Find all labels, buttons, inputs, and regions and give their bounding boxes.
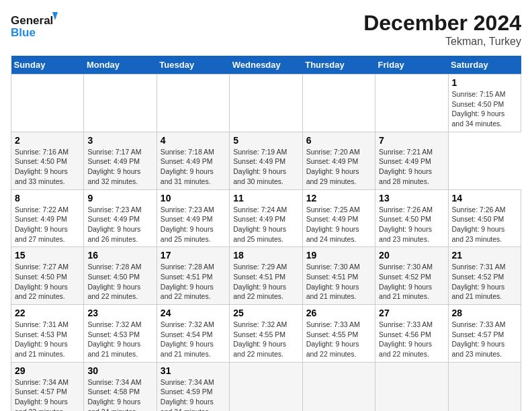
svg-text:General: General — [11, 14, 53, 27]
empty-cell — [448, 362, 521, 411]
day-number: 8 — [15, 193, 80, 203]
day-cell-13: 13 Sunrise: 7:26 AMSunset: 4:50 PMDaylig… — [375, 189, 448, 247]
day-headers: SundayMondayTuesdayWednesdayThursdayFrid… — [11, 56, 521, 75]
location: Tekman, Turkey — [363, 36, 521, 48]
day-info: Sunrise: 7:23 AMSunset: 4:49 PMDaylight:… — [161, 205, 214, 243]
day-cell-14: 14 Sunrise: 7:26 AMSunset: 4:50 PMDaylig… — [448, 189, 521, 247]
day-info: Sunrise: 7:34 AMSunset: 4:57 PMDaylight:… — [15, 378, 69, 411]
month-title: December 2024 — [363, 11, 521, 36]
day-cell-27: 27 Sunrise: 7:33 AMSunset: 4:56 PMDaylig… — [375, 305, 448, 363]
day-info: Sunrise: 7:33 AMSunset: 4:55 PMDaylight:… — [306, 320, 360, 358]
day-number: 25 — [233, 308, 298, 318]
day-header-thursday: Thursday — [302, 56, 375, 75]
day-info: Sunrise: 7:21 AMSunset: 4:49 PMDaylight:… — [379, 148, 433, 185]
day-header-saturday: Saturday — [448, 56, 521, 75]
day-number: 9 — [87, 193, 152, 203]
day-info: Sunrise: 7:34 AMSunset: 4:59 PMDaylight:… — [161, 378, 214, 411]
calendar-week-2: 2 Sunrise: 7:16 AMSunset: 4:50 PMDayligh… — [11, 132, 521, 189]
day-cell-19: 19 Sunrise: 7:30 AMSunset: 4:51 PMDaylig… — [302, 247, 375, 305]
day-cell-3: 3 Sunrise: 7:17 AMSunset: 4:49 PMDayligh… — [84, 132, 157, 189]
day-cell-6: 6 Sunrise: 7:20 AMSunset: 4:49 PMDayligh… — [302, 132, 375, 189]
day-cell-29: 29 Sunrise: 7:34 AMSunset: 4:57 PMDaylig… — [11, 362, 84, 411]
day-cell-10: 10 Sunrise: 7:23 AMSunset: 4:49 PMDaylig… — [157, 189, 229, 247]
day-info: Sunrise: 7:31 AMSunset: 4:52 PMDaylight:… — [452, 263, 506, 300]
day-cell-25: 25 Sunrise: 7:32 AMSunset: 4:55 PMDaylig… — [230, 305, 302, 363]
title-block: December 2024 Tekman, Turkey — [363, 11, 521, 48]
day-number: 20 — [379, 250, 444, 261]
day-number: 5 — [233, 135, 298, 146]
day-info: Sunrise: 7:22 AMSunset: 4:49 PMDaylight:… — [15, 205, 69, 243]
day-number: 22 — [15, 308, 80, 318]
day-info: Sunrise: 7:24 AMSunset: 4:49 PMDaylight:… — [233, 205, 287, 243]
day-number: 31 — [161, 365, 226, 376]
day-info: Sunrise: 7:30 AMSunset: 4:52 PMDaylight:… — [379, 263, 433, 300]
logo-svg: General Blue — [11, 11, 58, 44]
empty-cell — [230, 75, 302, 132]
day-number: 11 — [233, 193, 298, 203]
logo: General Blue — [11, 11, 58, 44]
day-number: 29 — [15, 365, 80, 376]
empty-cell — [302, 75, 375, 132]
day-cell-31: 31 Sunrise: 7:34 AMSunset: 4:59 PMDaylig… — [157, 362, 229, 411]
day-info: Sunrise: 7:18 AMSunset: 4:49 PMDaylight:… — [161, 148, 214, 185]
day-cell-17: 17 Sunrise: 7:28 AMSunset: 4:51 PMDaylig… — [157, 247, 229, 305]
day-cell-20: 20 Sunrise: 7:30 AMSunset: 4:52 PMDaylig… — [375, 247, 448, 305]
day-cell-5: 5 Sunrise: 7:19 AMSunset: 4:49 PMDayligh… — [230, 132, 302, 189]
day-info: Sunrise: 7:25 AMSunset: 4:49 PMDaylight:… — [306, 205, 360, 243]
day-info: Sunrise: 7:26 AMSunset: 4:50 PMDaylight:… — [379, 205, 433, 243]
day-number: 27 — [379, 308, 444, 318]
empty-cell — [230, 362, 302, 411]
day-cell-16: 16 Sunrise: 7:28 AMSunset: 4:50 PMDaylig… — [84, 247, 157, 305]
day-number: 2 — [15, 135, 80, 146]
day-info: Sunrise: 7:27 AMSunset: 4:50 PMDaylight:… — [15, 263, 69, 300]
calendar-week-4: 15 Sunrise: 7:27 AMSunset: 4:50 PMDaylig… — [11, 247, 521, 305]
day-number: 1 — [452, 77, 517, 88]
day-number: 23 — [87, 308, 152, 318]
day-number: 12 — [306, 193, 371, 203]
day-number: 24 — [161, 308, 226, 318]
page-header: General Blue December 2024 Tekman, Turke… — [11, 11, 521, 48]
day-header-friday: Friday — [375, 56, 448, 75]
day-info: Sunrise: 7:29 AMSunset: 4:51 PMDaylight:… — [233, 263, 287, 300]
day-info: Sunrise: 7:32 AMSunset: 4:55 PMDaylight:… — [233, 320, 287, 358]
day-header-monday: Monday — [84, 56, 157, 75]
day-cell-21: 21 Sunrise: 7:31 AMSunset: 4:52 PMDaylig… — [448, 247, 521, 305]
day-number: 16 — [87, 250, 152, 261]
day-number: 21 — [452, 250, 517, 261]
calendar-week-1: 1 Sunrise: 7:15 AMSunset: 4:50 PMDayligh… — [11, 75, 521, 132]
calendar-week-5: 22 Sunrise: 7:31 AMSunset: 4:53 PMDaylig… — [11, 305, 521, 363]
day-cell-26: 26 Sunrise: 7:33 AMSunset: 4:55 PMDaylig… — [302, 305, 375, 363]
day-info: Sunrise: 7:26 AMSunset: 4:50 PMDaylight:… — [452, 205, 506, 243]
day-number: 15 — [15, 250, 80, 261]
day-number: 18 — [233, 250, 298, 261]
day-cell-22: 22 Sunrise: 7:31 AMSunset: 4:53 PMDaylig… — [11, 305, 84, 363]
day-info: Sunrise: 7:31 AMSunset: 4:53 PMDaylight:… — [15, 320, 69, 358]
day-info: Sunrise: 7:33 AMSunset: 4:56 PMDaylight:… — [379, 320, 433, 358]
empty-cell — [375, 362, 448, 411]
day-info: Sunrise: 7:15 AMSunset: 4:50 PMDaylight:… — [452, 90, 506, 128]
day-info: Sunrise: 7:28 AMSunset: 4:50 PMDaylight:… — [87, 263, 141, 300]
day-cell-2: 2 Sunrise: 7:16 AMSunset: 4:50 PMDayligh… — [11, 132, 84, 189]
day-info: Sunrise: 7:32 AMSunset: 4:54 PMDaylight:… — [161, 320, 214, 358]
day-cell-18: 18 Sunrise: 7:29 AMSunset: 4:51 PMDaylig… — [230, 247, 302, 305]
day-number: 14 — [452, 193, 517, 203]
day-info: Sunrise: 7:28 AMSunset: 4:51 PMDaylight:… — [161, 263, 214, 300]
day-number: 28 — [452, 308, 517, 318]
day-number: 10 — [161, 193, 226, 203]
day-info: Sunrise: 7:33 AMSunset: 4:57 PMDaylight:… — [452, 320, 506, 358]
day-number: 26 — [306, 308, 371, 318]
empty-cell — [84, 75, 157, 132]
day-cell-11: 11 Sunrise: 7:24 AMSunset: 4:49 PMDaylig… — [230, 189, 302, 247]
day-info: Sunrise: 7:30 AMSunset: 4:51 PMDaylight:… — [306, 263, 360, 300]
day-number: 7 — [379, 135, 444, 146]
day-number: 19 — [306, 250, 371, 261]
day-info: Sunrise: 7:32 AMSunset: 4:53 PMDaylight:… — [87, 320, 141, 358]
day-info: Sunrise: 7:19 AMSunset: 4:49 PMDaylight:… — [233, 148, 287, 185]
day-cell-28: 28 Sunrise: 7:33 AMSunset: 4:57 PMDaylig… — [448, 305, 521, 363]
day-number: 6 — [306, 135, 371, 146]
empty-cell — [302, 362, 375, 411]
svg-text:Blue: Blue — [11, 26, 36, 39]
day-header-sunday: Sunday — [11, 56, 84, 75]
day-cell-1: 1 Sunrise: 7:15 AMSunset: 4:50 PMDayligh… — [448, 75, 521, 132]
empty-cell — [11, 75, 84, 132]
